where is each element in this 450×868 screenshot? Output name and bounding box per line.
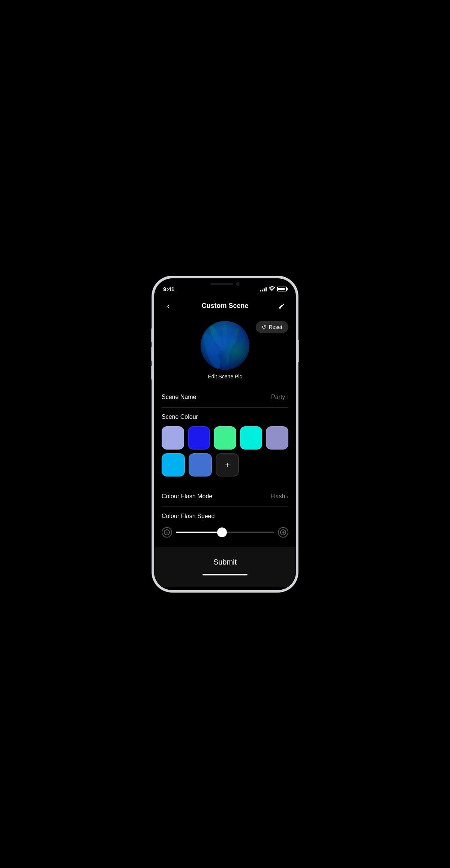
phone-screen: 9:41 bbox=[154, 278, 296, 590]
edit-button[interactable] bbox=[275, 299, 288, 313]
phone-frame: 9:41 bbox=[152, 276, 298, 592]
wifi-icon bbox=[269, 286, 275, 292]
colour-flash-mode-row[interactable]: Colour Flash Mode Flash › bbox=[154, 486, 296, 506]
colour-flash-mode-label: Colour Flash Mode bbox=[162, 493, 212, 500]
submit-button[interactable]: Submit bbox=[162, 553, 288, 571]
page-title: Custom Scene bbox=[201, 302, 248, 310]
scene-name-value: Party bbox=[271, 394, 285, 400]
notch bbox=[197, 278, 253, 290]
battery-fill bbox=[278, 288, 285, 290]
notch-camera bbox=[236, 282, 240, 286]
slider-row bbox=[162, 527, 288, 538]
signal-bar-2 bbox=[262, 290, 263, 291]
slider-thumb[interactable] bbox=[217, 527, 227, 537]
scene-pic-image[interactable] bbox=[201, 321, 249, 370]
reset-label: Reset bbox=[268, 324, 282, 330]
status-time: 9:41 bbox=[163, 286, 174, 292]
colour-add-button[interactable]: + bbox=[216, 453, 239, 477]
reset-button[interactable]: ↺ Reset bbox=[256, 321, 288, 333]
slider-fill bbox=[176, 532, 222, 533]
svg-point-4 bbox=[224, 327, 234, 363]
svg-point-6 bbox=[231, 336, 249, 370]
colour-flash-mode-value-group: Flash › bbox=[270, 493, 288, 500]
svg-point-12 bbox=[207, 342, 220, 356]
colour-swatch-lavender-blue[interactable] bbox=[162, 426, 184, 450]
scene-colour-section: Scene Colour + bbox=[154, 408, 296, 486]
svg-point-8 bbox=[223, 325, 227, 344]
colour-swatch-muted-purple[interactable] bbox=[266, 426, 288, 450]
slider-track[interactable] bbox=[176, 532, 274, 533]
colour-row-1 bbox=[162, 426, 288, 450]
svg-point-9 bbox=[228, 327, 240, 348]
reset-icon: ↺ bbox=[262, 324, 266, 330]
colour-flash-mode-chevron: › bbox=[286, 493, 288, 499]
home-indicator bbox=[202, 574, 248, 575]
submit-bar: Submit bbox=[154, 547, 296, 587]
battery-icon bbox=[277, 287, 287, 291]
svg-point-1 bbox=[201, 321, 249, 370]
svg-point-2 bbox=[201, 331, 224, 369]
svg-point-5 bbox=[226, 329, 246, 369]
nav-bar: ‹ Custom Scene bbox=[154, 295, 296, 317]
colour-row-2: + bbox=[162, 453, 288, 477]
scene-name-value-group: Party › bbox=[271, 394, 288, 400]
svg-point-10 bbox=[212, 336, 227, 351]
slider-fast-icon bbox=[278, 527, 288, 538]
scene-pic-section: ↺ Reset bbox=[154, 317, 296, 387]
slider-slow-icon bbox=[162, 527, 172, 538]
colour-flash-speed-section: Colour Flash Speed bbox=[154, 507, 296, 544]
scene-name-row[interactable]: Scene Name Party › bbox=[154, 387, 296, 407]
signal-bar-1 bbox=[260, 290, 261, 291]
colour-flash-mode-value: Flash bbox=[270, 493, 285, 500]
svg-point-3 bbox=[213, 326, 230, 368]
signal-bar-4 bbox=[266, 287, 267, 291]
svg-point-11 bbox=[225, 334, 236, 345]
colour-swatch-medium-blue[interactable] bbox=[189, 453, 212, 477]
edit-scene-label[interactable]: Edit Scene Pic bbox=[208, 373, 242, 379]
signal-bar-3 bbox=[264, 288, 265, 291]
back-button[interactable]: ‹ bbox=[162, 299, 175, 313]
scene-name-chevron: › bbox=[286, 394, 288, 400]
scene-colour-label: Scene Colour bbox=[162, 414, 288, 420]
svg-point-7 bbox=[208, 324, 223, 347]
colour-swatch-sky-blue[interactable] bbox=[162, 453, 185, 477]
colour-flash-speed-label: Colour Flash Speed bbox=[162, 513, 288, 520]
status-icons bbox=[260, 286, 287, 292]
colour-swatch-mint-green[interactable] bbox=[214, 426, 236, 450]
signal-bars-icon bbox=[260, 287, 267, 291]
colour-swatch-bright-blue[interactable] bbox=[188, 426, 210, 450]
scene-name-label: Scene Name bbox=[162, 394, 196, 400]
screen-content: ‹ Custom Scene ↺ Reset bbox=[154, 295, 296, 590]
colour-swatch-cyan[interactable] bbox=[240, 426, 262, 450]
notch-bar bbox=[210, 283, 233, 285]
